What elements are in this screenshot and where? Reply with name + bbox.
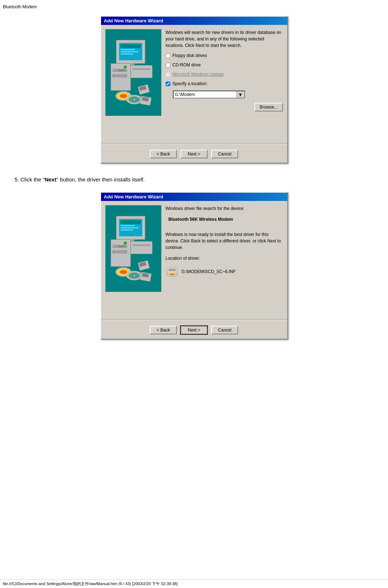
svg-point-24 — [133, 99, 135, 100]
svg-rect-35 — [121, 225, 135, 226]
floppy-label: Floppy disk drives — [173, 53, 207, 58]
step5-bold: Next — [45, 176, 57, 183]
svg-point-55 — [133, 275, 135, 276]
dialog1-titlebar: Add New Hardware Wizard — [101, 17, 287, 25]
dialog2-titlebar: Add New Hardware Wizard — [101, 193, 287, 201]
dialog1-body: Windows will search for new drivers in i… — [101, 25, 287, 140]
driver-path: G:\MODEM\SCD_SC~6.INF — [182, 268, 236, 275]
dialog2-back-button[interactable]: < Back — [150, 326, 177, 334]
dialog2-next-button[interactable]: Next > — [180, 326, 208, 334]
svg-rect-4 — [121, 49, 135, 50]
winupdate-checkbox-row: Microsoft Windows Update — [166, 72, 283, 77]
dialog1-image — [105, 29, 161, 116]
dialog1-title: Add New Hardware Wizard — [104, 18, 164, 23]
winupdate-label: Microsoft Windows Update — [173, 72, 224, 77]
page-footer: file:///C|/Documents and Settings/Alcee/… — [0, 579, 388, 588]
dialog1-description: Windows will search for new drivers in i… — [166, 29, 283, 49]
location-input[interactable] — [174, 91, 236, 98]
winupdate-checkbox[interactable] — [166, 72, 170, 77]
dialog1-cancel-button[interactable]: Cancel — [211, 150, 238, 158]
dialog2-title: Add New Hardware Wizard — [104, 194, 164, 199]
dialog2-divider — [101, 319, 287, 320]
dialog2-install-text: Windows is now ready to install the best… — [166, 231, 283, 251]
dialog1-content: Windows will search for new drivers in i… — [166, 29, 283, 136]
svg-point-50 — [122, 272, 124, 273]
dialog1-buttons: < Back Next > Cancel — [101, 147, 287, 163]
dialog2-cancel-button[interactable]: Cancel — [211, 326, 238, 334]
floppy-checkbox-row: Floppy disk drives — [166, 53, 283, 58]
computer-illustration-2 — [105, 205, 161, 292]
dialog2-wrapper: Add New Hardware Wizard — [7, 192, 381, 339]
dialog1-next-button[interactable]: Next > — [180, 150, 208, 158]
dialog1-wrapper: Add New Hardware Wizard — [7, 16, 381, 163]
driver-location-row: G:\MODEM\SCD_SC~6.INF — [166, 266, 283, 277]
svg-rect-3 — [121, 44, 141, 48]
svg-rect-43 — [113, 250, 127, 253]
svg-rect-6 — [121, 53, 133, 54]
svg-rect-30 — [132, 68, 151, 70]
dialog2-image — [105, 205, 161, 292]
location-input-area: ▼ — [173, 91, 283, 98]
cdrom-checkbox-row: CD-ROM drive — [166, 62, 283, 67]
floppy-checkbox[interactable] — [166, 53, 170, 58]
browse-button-area: Browse... — [166, 103, 283, 111]
dialog2-location-label: Location of driver: — [166, 255, 283, 262]
dialog1: Add New Hardware Wizard — [100, 16, 288, 163]
svg-rect-61 — [132, 244, 151, 246]
step5-text: 5. Click the "Next" button, the driver t… — [7, 171, 381, 188]
dialog2-device-name: Bluetooth 56K Wireless Modem — [169, 216, 283, 223]
svg-rect-34 — [121, 220, 141, 224]
svg-rect-29 — [131, 65, 152, 78]
dialog2-content: Windows driver file search for the devic… — [166, 205, 283, 312]
computer-illustration — [105, 29, 161, 116]
cdrom-checkbox[interactable] — [166, 63, 170, 67]
svg-rect-37 — [121, 229, 133, 231]
specify-location-label: Specify a location: — [173, 81, 208, 86]
dialog2-body: Windows driver file search for the devic… — [101, 201, 287, 316]
browse-button[interactable]: Browse... — [254, 103, 283, 111]
svg-point-45 — [124, 242, 127, 245]
driver-disc-icon — [166, 266, 179, 277]
step5-after: " button, the driver then installs itsel… — [56, 176, 145, 183]
dialog2-search-label: Windows driver file search for the devic… — [166, 205, 283, 212]
dialog2-buttons: < Back Next > Cancel — [101, 323, 287, 339]
dialog2: Add New Hardware Wizard — [100, 192, 288, 339]
svg-rect-42 — [118, 246, 125, 247]
step5-before: 5. Click the " — [14, 176, 45, 183]
svg-rect-36 — [121, 227, 139, 228]
specify-location-checkbox[interactable] — [166, 82, 170, 86]
cdrom-label: CD-ROM drive — [173, 62, 201, 67]
location-dropdown-arrow[interactable]: ▼ — [236, 91, 244, 98]
svg-point-19 — [122, 96, 124, 97]
svg-rect-5 — [121, 51, 139, 52]
svg-rect-11 — [118, 70, 125, 71]
dialog1-divider — [101, 143, 287, 144]
svg-point-44 — [113, 251, 114, 253]
svg-rect-12 — [113, 74, 127, 77]
page-title: Bluetooth Modem — [0, 3, 388, 12]
dialog1-back-button[interactable]: < Back — [150, 150, 177, 158]
svg-point-13 — [113, 75, 114, 76]
svg-rect-68 — [169, 269, 176, 271]
svg-rect-60 — [131, 241, 152, 254]
specify-location-row: Specify a location: — [166, 81, 283, 86]
location-input-wrapper: ▼ — [173, 91, 245, 98]
svg-point-14 — [124, 66, 127, 69]
